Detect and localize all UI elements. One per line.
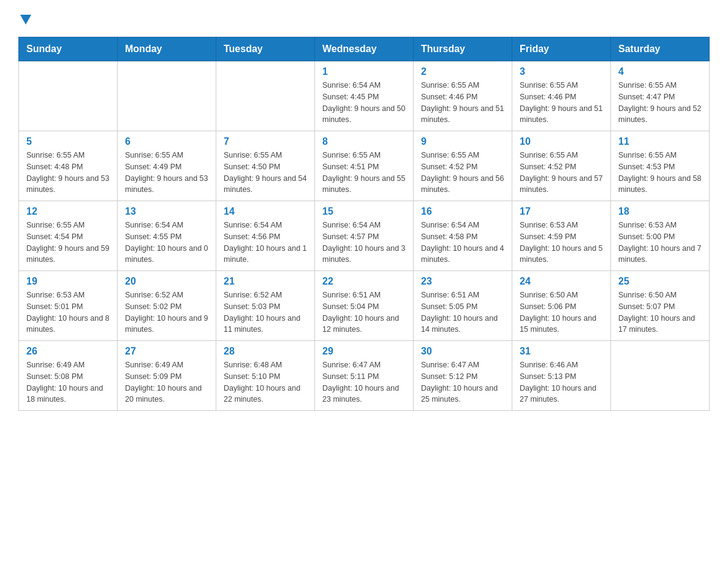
weekday-header-saturday: Saturday: [611, 37, 710, 61]
day-info: Sunrise: 6:53 AMSunset: 5:00 PMDaylight:…: [618, 220, 702, 266]
day-number: 1: [322, 66, 406, 77]
day-info: Sunrise: 6:50 AMSunset: 5:07 PMDaylight:…: [618, 289, 702, 335]
calendar-week-row: 19Sunrise: 6:53 AMSunset: 5:01 PMDayligh…: [19, 271, 710, 341]
day-info: Sunrise: 6:55 AMSunset: 4:53 PMDaylight:…: [618, 150, 702, 196]
day-number: 4: [618, 66, 702, 77]
calendar-cell: 7Sunrise: 6:55 AMSunset: 4:50 PMDaylight…: [216, 131, 315, 201]
calendar-cell: 18Sunrise: 6:53 AMSunset: 5:00 PMDayligh…: [611, 201, 710, 271]
day-info: Sunrise: 6:53 AMSunset: 5:01 PMDaylight:…: [26, 289, 110, 335]
calendar-cell: 21Sunrise: 6:52 AMSunset: 5:03 PMDayligh…: [216, 271, 315, 341]
day-number: 21: [224, 276, 307, 287]
day-info: Sunrise: 6:55 AMSunset: 4:46 PMDaylight:…: [421, 80, 504, 126]
weekday-header-thursday: Thursday: [414, 37, 512, 61]
day-number: 30: [421, 346, 504, 357]
day-number: 31: [520, 346, 603, 357]
calendar-cell: [19, 61, 118, 131]
day-number: 11: [618, 136, 702, 147]
calendar-week-row: 12Sunrise: 6:55 AMSunset: 4:54 PMDayligh…: [19, 201, 710, 271]
calendar-cell: 12Sunrise: 6:55 AMSunset: 4:54 PMDayligh…: [19, 201, 118, 271]
day-info: Sunrise: 6:49 AMSunset: 5:09 PMDaylight:…: [125, 359, 208, 405]
logo: [18, 12, 31, 25]
calendar-cell: 23Sunrise: 6:51 AMSunset: 5:05 PMDayligh…: [414, 271, 512, 341]
day-number: 8: [322, 136, 406, 147]
calendar-cell: 25Sunrise: 6:50 AMSunset: 5:07 PMDayligh…: [611, 271, 710, 341]
day-number: 13: [125, 206, 208, 217]
day-info: Sunrise: 6:48 AMSunset: 5:10 PMDaylight:…: [224, 359, 307, 405]
day-info: Sunrise: 6:55 AMSunset: 4:47 PMDaylight:…: [618, 80, 702, 126]
weekday-header-friday: Friday: [512, 37, 611, 61]
calendar-cell: 13Sunrise: 6:54 AMSunset: 4:55 PMDayligh…: [118, 201, 216, 271]
page-header: [18, 12, 710, 25]
calendar-cell: 20Sunrise: 6:52 AMSunset: 5:02 PMDayligh…: [118, 271, 216, 341]
day-info: Sunrise: 6:55 AMSunset: 4:52 PMDaylight:…: [421, 150, 504, 196]
day-number: 7: [224, 136, 307, 147]
day-info: Sunrise: 6:54 AMSunset: 4:57 PMDaylight:…: [322, 220, 406, 266]
day-number: 9: [421, 136, 504, 147]
day-number: 23: [421, 276, 504, 287]
day-info: Sunrise: 6:54 AMSunset: 4:45 PMDaylight:…: [322, 80, 406, 126]
day-number: 29: [322, 346, 406, 357]
day-number: 15: [322, 206, 406, 217]
calendar-cell: 29Sunrise: 6:47 AMSunset: 5:11 PMDayligh…: [315, 341, 414, 411]
day-number: 18: [618, 206, 702, 217]
calendar-week-row: 5Sunrise: 6:55 AMSunset: 4:48 PMDaylight…: [19, 131, 710, 201]
day-number: 3: [520, 66, 603, 77]
day-info: Sunrise: 6:55 AMSunset: 4:49 PMDaylight:…: [125, 150, 208, 196]
day-info: Sunrise: 6:47 AMSunset: 5:12 PMDaylight:…: [421, 359, 504, 405]
calendar-cell: 10Sunrise: 6:55 AMSunset: 4:52 PMDayligh…: [512, 131, 611, 201]
day-number: 14: [224, 206, 307, 217]
day-number: 19: [26, 276, 110, 287]
calendar-cell: 24Sunrise: 6:50 AMSunset: 5:06 PMDayligh…: [512, 271, 611, 341]
day-info: Sunrise: 6:50 AMSunset: 5:06 PMDaylight:…: [520, 289, 603, 335]
day-info: Sunrise: 6:53 AMSunset: 4:59 PMDaylight:…: [520, 220, 603, 266]
day-info: Sunrise: 6:52 AMSunset: 5:02 PMDaylight:…: [125, 289, 208, 335]
calendar-cell: 17Sunrise: 6:53 AMSunset: 4:59 PMDayligh…: [512, 201, 611, 271]
weekday-header-monday: Monday: [118, 37, 216, 61]
calendar-table: SundayMondayTuesdayWednesdayThursdayFrid…: [18, 37, 710, 411]
weekday-header-wednesday: Wednesday: [315, 37, 414, 61]
day-info: Sunrise: 6:52 AMSunset: 5:03 PMDaylight:…: [224, 289, 307, 335]
day-info: Sunrise: 6:46 AMSunset: 5:13 PMDaylight:…: [520, 359, 603, 405]
calendar-week-row: 1Sunrise: 6:54 AMSunset: 4:45 PMDaylight…: [19, 61, 710, 131]
day-info: Sunrise: 6:51 AMSunset: 5:04 PMDaylight:…: [322, 289, 406, 335]
calendar-header-row: SundayMondayTuesdayWednesdayThursdayFrid…: [19, 37, 710, 61]
logo-triangle-icon: [20, 15, 31, 25]
day-number: 17: [520, 206, 603, 217]
calendar-cell: 19Sunrise: 6:53 AMSunset: 5:01 PMDayligh…: [19, 271, 118, 341]
day-number: 26: [26, 346, 110, 357]
day-info: Sunrise: 6:55 AMSunset: 4:51 PMDaylight:…: [322, 150, 406, 196]
calendar-cell: 15Sunrise: 6:54 AMSunset: 4:57 PMDayligh…: [315, 201, 414, 271]
day-number: 2: [421, 66, 504, 77]
calendar-cell: [118, 61, 216, 131]
day-number: 20: [125, 276, 208, 287]
day-info: Sunrise: 6:49 AMSunset: 5:08 PMDaylight:…: [26, 359, 110, 405]
day-number: 28: [224, 346, 307, 357]
day-number: 12: [26, 206, 110, 217]
calendar-cell: 3Sunrise: 6:55 AMSunset: 4:46 PMDaylight…: [512, 61, 611, 131]
calendar-cell: 26Sunrise: 6:49 AMSunset: 5:08 PMDayligh…: [19, 341, 118, 411]
day-info: Sunrise: 6:54 AMSunset: 4:56 PMDaylight:…: [224, 220, 307, 266]
day-info: Sunrise: 6:55 AMSunset: 4:46 PMDaylight:…: [520, 80, 603, 126]
weekday-header-sunday: Sunday: [19, 37, 118, 61]
calendar-cell: [216, 61, 315, 131]
day-info: Sunrise: 6:55 AMSunset: 4:52 PMDaylight:…: [520, 150, 603, 196]
day-info: Sunrise: 6:55 AMSunset: 4:48 PMDaylight:…: [26, 150, 110, 196]
calendar-cell: 31Sunrise: 6:46 AMSunset: 5:13 PMDayligh…: [512, 341, 611, 411]
day-number: 25: [618, 276, 702, 287]
calendar-cell: 6Sunrise: 6:55 AMSunset: 4:49 PMDaylight…: [118, 131, 216, 201]
calendar-cell: 16Sunrise: 6:54 AMSunset: 4:58 PMDayligh…: [414, 201, 512, 271]
calendar-cell: 9Sunrise: 6:55 AMSunset: 4:52 PMDaylight…: [414, 131, 512, 201]
calendar-cell: 27Sunrise: 6:49 AMSunset: 5:09 PMDayligh…: [118, 341, 216, 411]
calendar-week-row: 26Sunrise: 6:49 AMSunset: 5:08 PMDayligh…: [19, 341, 710, 411]
day-number: 5: [26, 136, 110, 147]
calendar-cell: 14Sunrise: 6:54 AMSunset: 4:56 PMDayligh…: [216, 201, 315, 271]
calendar-cell: 22Sunrise: 6:51 AMSunset: 5:04 PMDayligh…: [315, 271, 414, 341]
calendar-cell: 4Sunrise: 6:55 AMSunset: 4:47 PMDaylight…: [611, 61, 710, 131]
calendar-cell: 30Sunrise: 6:47 AMSunset: 5:12 PMDayligh…: [414, 341, 512, 411]
calendar-cell: 5Sunrise: 6:55 AMSunset: 4:48 PMDaylight…: [19, 131, 118, 201]
calendar-cell: 2Sunrise: 6:55 AMSunset: 4:46 PMDaylight…: [414, 61, 512, 131]
day-info: Sunrise: 6:55 AMSunset: 4:54 PMDaylight:…: [26, 220, 110, 266]
weekday-header-tuesday: Tuesday: [216, 37, 315, 61]
day-number: 6: [125, 136, 208, 147]
calendar-cell: [611, 341, 710, 411]
